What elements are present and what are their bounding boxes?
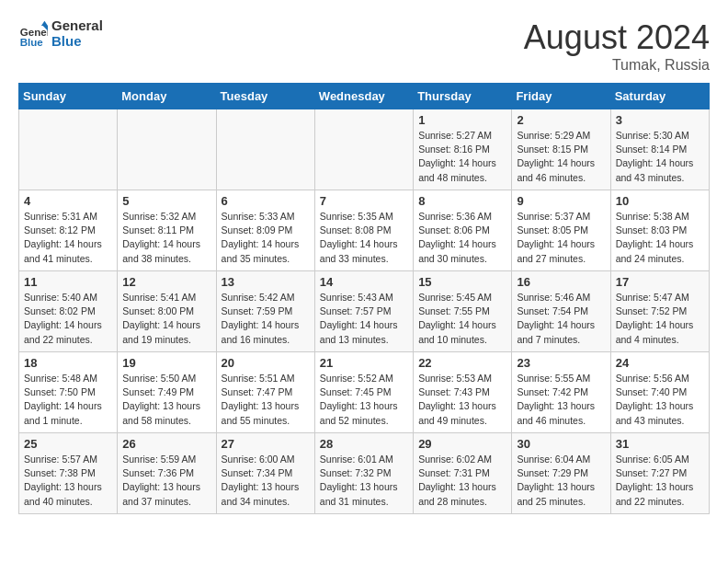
calendar-cell: 11Sunrise: 5:40 AM Sunset: 8:02 PM Dayli… (19, 271, 118, 352)
calendar-cell: 2Sunrise: 5:29 AM Sunset: 8:15 PM Daylig… (512, 109, 610, 190)
title-block: August 2024 Tumak, Russia (524, 18, 710, 74)
calendar-cell: 13Sunrise: 5:42 AM Sunset: 7:59 PM Dayli… (216, 271, 314, 352)
day-number: 13 (222, 275, 310, 289)
day-number: 23 (517, 356, 605, 370)
day-number: 18 (24, 356, 112, 370)
day-info: Sunrise: 5:32 AM Sunset: 8:11 PM Dayligh… (122, 210, 210, 266)
day-number: 15 (418, 275, 506, 289)
day-info: Sunrise: 5:30 AM Sunset: 8:14 PM Dayligh… (616, 129, 704, 185)
day-info: Sunrise: 5:57 AM Sunset: 7:38 PM Dayligh… (24, 453, 112, 509)
day-number: 5 (122, 194, 210, 208)
day-number: 6 (222, 194, 310, 208)
calendar-cell: 1Sunrise: 5:27 AM Sunset: 8:16 PM Daylig… (414, 109, 512, 190)
header-friday: Friday (512, 84, 610, 109)
calendar-cell: 29Sunrise: 6:02 AM Sunset: 7:31 PM Dayli… (414, 433, 512, 514)
day-info: Sunrise: 5:31 AM Sunset: 8:12 PM Dayligh… (24, 210, 112, 266)
day-number: 27 (222, 437, 310, 451)
day-number: 9 (517, 194, 605, 208)
header-saturday: Saturday (610, 84, 709, 109)
header-sunday: Sunday (19, 84, 118, 109)
day-info: Sunrise: 5:43 AM Sunset: 7:57 PM Dayligh… (320, 291, 408, 347)
day-info: Sunrise: 5:33 AM Sunset: 8:09 PM Dayligh… (222, 210, 310, 266)
calendar-cell: 7Sunrise: 5:35 AM Sunset: 8:08 PM Daylig… (314, 190, 413, 271)
day-info: Sunrise: 5:41 AM Sunset: 8:00 PM Dayligh… (122, 291, 210, 347)
calendar-cell: 26Sunrise: 5:59 AM Sunset: 7:36 PM Dayli… (118, 433, 216, 514)
calendar-cell: 28Sunrise: 6:01 AM Sunset: 7:32 PM Dayli… (314, 433, 413, 514)
day-number: 21 (320, 356, 408, 370)
calendar-cell: 5Sunrise: 5:32 AM Sunset: 8:11 PM Daylig… (118, 190, 216, 271)
day-number: 16 (517, 275, 605, 289)
day-number: 28 (320, 437, 408, 451)
day-number: 31 (616, 437, 704, 451)
location-title: Tumak, Russia (524, 57, 710, 74)
logo-general: General (51, 18, 103, 34)
day-number: 3 (616, 113, 704, 127)
day-info: Sunrise: 5:55 AM Sunset: 7:42 PM Dayligh… (517, 372, 605, 428)
page-header: General Blue General Blue August 2024 Tu… (18, 18, 710, 74)
calendar-cell: 14Sunrise: 5:43 AM Sunset: 7:57 PM Dayli… (314, 271, 413, 352)
day-number: 24 (616, 356, 704, 370)
day-info: Sunrise: 5:35 AM Sunset: 8:08 PM Dayligh… (320, 210, 408, 266)
calendar-cell: 30Sunrise: 6:04 AM Sunset: 7:29 PM Dayli… (512, 433, 610, 514)
calendar-cell: 9Sunrise: 5:37 AM Sunset: 8:05 PM Daylig… (512, 190, 610, 271)
calendar-cell: 27Sunrise: 6:00 AM Sunset: 7:34 PM Dayli… (216, 433, 314, 514)
day-number: 12 (122, 275, 210, 289)
day-info: Sunrise: 5:53 AM Sunset: 7:43 PM Dayligh… (418, 372, 506, 428)
calendar-table: SundayMondayTuesdayWednesdayThursdayFrid… (18, 83, 710, 514)
header-wednesday: Wednesday (314, 84, 413, 109)
header-thursday: Thursday (414, 84, 512, 109)
calendar-cell: 4Sunrise: 5:31 AM Sunset: 8:12 PM Daylig… (19, 190, 118, 271)
day-info: Sunrise: 5:37 AM Sunset: 8:05 PM Dayligh… (517, 210, 605, 266)
svg-marker-2 (41, 20, 48, 25)
day-number: 22 (418, 356, 506, 370)
day-info: Sunrise: 5:59 AM Sunset: 7:36 PM Dayligh… (122, 453, 210, 509)
week-row-3: 11Sunrise: 5:40 AM Sunset: 8:02 PM Dayli… (19, 271, 710, 352)
calendar-cell (118, 109, 216, 190)
day-number: 14 (320, 275, 408, 289)
day-number: 26 (122, 437, 210, 451)
calendar-cell: 21Sunrise: 5:52 AM Sunset: 7:45 PM Dayli… (314, 352, 413, 433)
day-number: 30 (517, 437, 605, 451)
calendar-cell: 31Sunrise: 6:05 AM Sunset: 7:27 PM Dayli… (610, 433, 709, 514)
calendar-cell: 23Sunrise: 5:55 AM Sunset: 7:42 PM Dayli… (512, 352, 610, 433)
day-info: Sunrise: 5:50 AM Sunset: 7:49 PM Dayligh… (122, 372, 210, 428)
calendar-cell: 22Sunrise: 5:53 AM Sunset: 7:43 PM Dayli… (414, 352, 512, 433)
day-info: Sunrise: 5:29 AM Sunset: 8:15 PM Dayligh… (517, 129, 605, 185)
day-info: Sunrise: 5:42 AM Sunset: 7:59 PM Dayligh… (222, 291, 310, 347)
day-info: Sunrise: 5:52 AM Sunset: 7:45 PM Dayligh… (320, 372, 408, 428)
calendar-cell: 16Sunrise: 5:46 AM Sunset: 7:54 PM Dayli… (512, 271, 610, 352)
day-number: 10 (616, 194, 704, 208)
day-info: Sunrise: 6:01 AM Sunset: 7:32 PM Dayligh… (320, 453, 408, 509)
day-info: Sunrise: 6:00 AM Sunset: 7:34 PM Dayligh… (222, 453, 310, 509)
day-info: Sunrise: 5:48 AM Sunset: 7:50 PM Dayligh… (24, 372, 112, 428)
day-number: 2 (517, 113, 605, 127)
calendar-cell: 25Sunrise: 5:57 AM Sunset: 7:38 PM Dayli… (19, 433, 118, 514)
day-info: Sunrise: 5:45 AM Sunset: 7:55 PM Dayligh… (418, 291, 506, 347)
calendar-cell: 3Sunrise: 5:30 AM Sunset: 8:14 PM Daylig… (610, 109, 709, 190)
day-number: 20 (222, 356, 310, 370)
logo-icon: General Blue (18, 19, 48, 49)
day-info: Sunrise: 5:40 AM Sunset: 8:02 PM Dayligh… (24, 291, 112, 347)
logo-blue: Blue (51, 34, 103, 50)
calendar-cell (314, 109, 413, 190)
calendar-cell: 8Sunrise: 5:36 AM Sunset: 8:06 PM Daylig… (414, 190, 512, 271)
day-number: 25 (24, 437, 112, 451)
day-number: 1 (418, 113, 506, 127)
svg-text:General: General (20, 26, 48, 37)
calendar-cell: 17Sunrise: 5:47 AM Sunset: 7:52 PM Dayli… (610, 271, 709, 352)
day-number: 11 (24, 275, 112, 289)
month-year-title: August 2024 (524, 18, 710, 57)
calendar-cell: 24Sunrise: 5:56 AM Sunset: 7:40 PM Dayli… (610, 352, 709, 433)
day-info: Sunrise: 5:56 AM Sunset: 7:40 PM Dayligh… (616, 372, 704, 428)
calendar-cell: 6Sunrise: 5:33 AM Sunset: 8:09 PM Daylig… (216, 190, 314, 271)
week-row-5: 25Sunrise: 5:57 AM Sunset: 7:38 PM Dayli… (19, 433, 710, 514)
day-number: 4 (24, 194, 112, 208)
header-tuesday: Tuesday (216, 84, 314, 109)
day-info: Sunrise: 6:02 AM Sunset: 7:31 PM Dayligh… (418, 453, 506, 509)
calendar-cell: 15Sunrise: 5:45 AM Sunset: 7:55 PM Dayli… (414, 271, 512, 352)
calendar-cell: 20Sunrise: 5:51 AM Sunset: 7:47 PM Dayli… (216, 352, 314, 433)
day-number: 29 (418, 437, 506, 451)
day-info: Sunrise: 5:36 AM Sunset: 8:06 PM Dayligh… (418, 210, 506, 266)
day-info: Sunrise: 6:04 AM Sunset: 7:29 PM Dayligh… (517, 453, 605, 509)
day-info: Sunrise: 6:05 AM Sunset: 7:27 PM Dayligh… (616, 453, 704, 509)
